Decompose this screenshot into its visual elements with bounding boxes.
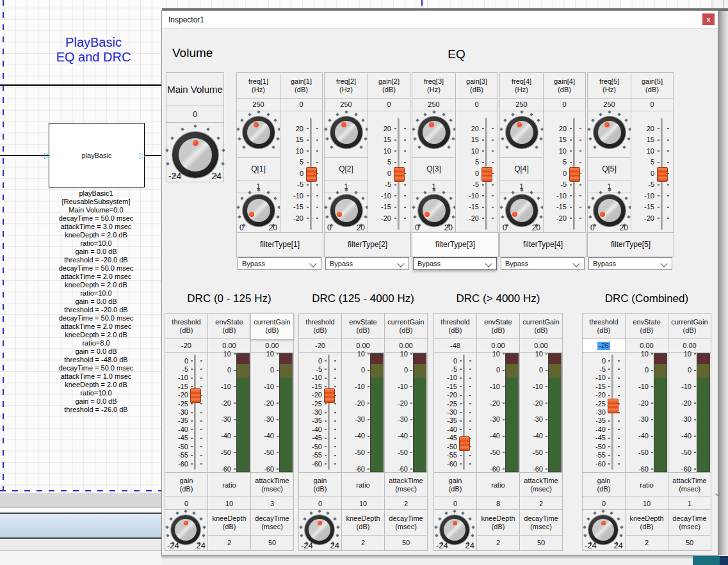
slider-scale-label: 20 [544, 125, 567, 132]
envstate-level-meter [654, 353, 667, 472]
slider-scale-label: -20 [435, 392, 457, 399]
meter-zone-mid [414, 364, 426, 378]
knob-tick [266, 113, 270, 116]
drc-decaytime-value[interactable]: 50 [250, 535, 294, 551]
drc-ratio-value[interactable]: 10 [625, 497, 668, 511]
slider-scale-label: -35 [435, 417, 457, 424]
slider-handle[interactable] [324, 388, 335, 403]
knob-tick [325, 205, 328, 209]
slider-handle[interactable] [569, 167, 580, 182]
filter-type-dropdown[interactable]: Bypass [501, 257, 585, 270]
meter-scale-label: -10 [385, 383, 408, 390]
slider-scale-label: -35 [166, 417, 188, 424]
signal-wire [0, 155, 49, 156]
meter-scale-label: 10 [668, 351, 692, 358]
slider-handle[interactable] [459, 436, 470, 451]
slider-tick [658, 150, 659, 152]
meter-tick [694, 468, 696, 470]
slider-scale-label: -60 [300, 461, 322, 468]
knob-tick [336, 525, 340, 529]
slider-handle[interactable] [190, 388, 201, 403]
slider-handle[interactable] [481, 167, 492, 182]
eq-gain-value[interactable]: 0 [368, 98, 410, 111]
drc-kneedepth-value[interactable]: 2 [476, 535, 520, 551]
slider-track[interactable] [328, 354, 330, 470]
filter-type-dropdown[interactable]: Bypass [325, 257, 409, 270]
drc-ratio-value[interactable]: 8 [476, 497, 520, 511]
knob-tick [166, 525, 170, 529]
drc-attacktime-value[interactable]: 3 [250, 497, 294, 511]
filter-type-dropdown[interactable]: Bypass [588, 257, 672, 270]
drc-gain-value[interactable]: 0 [433, 497, 477, 511]
knob-tick [423, 113, 427, 116]
slider-track[interactable] [463, 354, 465, 470]
drc-threshold-edit-field[interactable]: -26 [582, 338, 626, 353]
eq-gain-value-text: 0 [650, 100, 654, 109]
slider-scale-label: -20 [300, 392, 322, 399]
eq-gain-slider-cell: 20151050-5-10-15-20 [280, 111, 323, 233]
drc-ratio-value[interactable]: 10 [207, 497, 251, 511]
drc-attacktime-value[interactable]: 2 [519, 497, 563, 511]
drc-threshold-value[interactable]: -48 [433, 338, 477, 353]
horizontal-scrollbar[interactable] [0, 514, 162, 537]
eq-gain-value[interactable]: 0 [455, 98, 498, 111]
close-button[interactable]: x [702, 13, 715, 25]
drc-attacktime-header-text: (msec) [530, 485, 552, 493]
meter-zone-high [237, 354, 249, 364]
drc-kneedepth-value[interactable]: 2 [341, 535, 385, 551]
slider-handle[interactable] [306, 167, 317, 182]
drc-decaytime-value[interactable]: 50 [519, 535, 563, 551]
slider-track[interactable] [194, 354, 196, 470]
window-titlebar[interactable]: Inspector1 x [162, 11, 718, 29]
drc-attacktime-value[interactable]: 2 [384, 497, 428, 511]
drc-gain-value[interactable]: 0 [165, 497, 208, 511]
drc-kneedepth-value-text: 2 [227, 539, 231, 547]
knob-tick [336, 113, 339, 116]
filter-type-dropdown[interactable]: Bypass [413, 257, 497, 270]
slider-tick [191, 386, 193, 387]
drc-attacktime-value[interactable]: 1 [668, 497, 711, 511]
eq-gain-slider-cell: 20151050-5-10-15-20 [455, 111, 498, 233]
filter-type-dropdown[interactable]: Bypass [238, 257, 321, 270]
knob-tick [333, 517, 337, 521]
eq-gain-value[interactable]: 0 [543, 98, 586, 111]
main-volume-value[interactable]: 0 [166, 106, 224, 123]
slider-handle[interactable] [394, 167, 405, 182]
knob-tick [222, 148, 226, 152]
slider-tick [404, 184, 406, 186]
slider-tick [618, 420, 620, 422]
slider-scale-label: 0 [632, 170, 654, 177]
slider-tick [200, 386, 202, 387]
drc-threshold-value[interactable]: -20 [165, 338, 208, 353]
meter-tick [368, 386, 369, 387]
slider-tick [307, 218, 309, 219]
block-parameter-line: decayTime = 50.0 msec [26, 214, 166, 223]
drc-gain-value[interactable]: 0 [582, 497, 626, 511]
drc-gain-value[interactable]: 0 [298, 497, 342, 511]
meter-scale-label: -20 [477, 400, 500, 407]
drc-ratio-value[interactable]: 10 [341, 497, 385, 511]
drc-threshold-value[interactable]: -20 [298, 338, 342, 353]
meter-scale-label: -40 [342, 433, 365, 440]
drc-currentgain-meter-cell: 100-10-20-30-40-50-60 [668, 352, 711, 473]
meter-tick [546, 370, 547, 371]
drc-decaytime-value[interactable]: 50 [384, 535, 428, 551]
knob-tick [328, 196, 332, 200]
drc-kneedepth-value[interactable]: 2 [625, 535, 668, 551]
meter-tick [234, 353, 236, 354]
knob-tick [435, 534, 439, 537]
knob-tick [192, 511, 196, 515]
slider-tick [404, 195, 406, 196]
slider-tick [316, 207, 318, 208]
slider-handle[interactable] [608, 399, 619, 413]
drc-decaytime-value[interactable]: 50 [668, 535, 711, 551]
slider-tick [570, 139, 572, 141]
eq-gain-value[interactable]: 0 [280, 98, 323, 111]
eq-gain-value[interactable]: 0 [631, 98, 674, 111]
eq-q-header: Q[1] [236, 157, 280, 180]
slider-handle[interactable] [657, 167, 668, 182]
slider-tick [608, 386, 610, 387]
playbasic-subsystem-block[interactable]: playBasic [49, 123, 145, 187]
drc-kneedepth-value[interactable]: 2 [207, 535, 251, 551]
knob-max-label: 20 [620, 224, 628, 232]
